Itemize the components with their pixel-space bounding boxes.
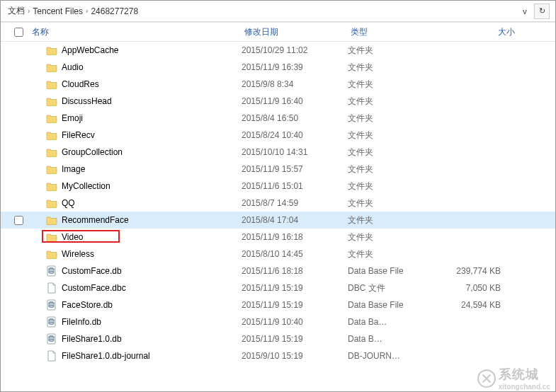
cell-name[interactable]: MyCollection: [29, 180, 242, 192]
chevron-right-icon: ›: [28, 7, 30, 15]
table-row[interactable]: FileShare1.0.db2015/11/9 15:19Data B…: [1, 330, 555, 347]
cell-name[interactable]: FileShare1.0.db-journal: [29, 350, 242, 362]
cell-type: Data Base File: [348, 266, 440, 276]
column-name[interactable]: 名称: [29, 26, 242, 38]
cell-name[interactable]: Emoji: [29, 113, 242, 124]
cell-type: 文件夹: [348, 248, 440, 260]
cell-date: 2015/8/10 14:45: [242, 249, 348, 259]
column-type[interactable]: 类型: [348, 26, 440, 38]
folder-icon: [46, 214, 57, 226]
column-date[interactable]: 修改日期: [242, 26, 348, 38]
cell-type: 文件夹: [348, 129, 440, 142]
breadcrumb-seg[interactable]: Tencent Files: [33, 6, 83, 16]
column-size[interactable]: 大小: [440, 26, 518, 38]
cell-type: 文件夹: [348, 214, 440, 226]
table-row[interactable]: AppWebCache2015/10/29 11:02文件夹: [1, 42, 555, 59]
cell-name[interactable]: Image: [29, 163, 242, 175]
select-all-cell[interactable]: [1, 28, 29, 37]
cell-date: 2015/9/8 8:34: [242, 79, 348, 89]
cell-date: 2015/8/4 16:50: [242, 113, 348, 123]
cell-name[interactable]: DiscussHead: [29, 96, 242, 107]
cell-type: 文件夹: [348, 163, 440, 175]
cell-name[interactable]: GroupCollection: [29, 146, 242, 158]
watermark-logo-icon: [477, 369, 496, 388]
cell-name[interactable]: FaceStore.db: [29, 299, 242, 311]
table-row[interactable]: FileInfo.db2015/11/9 10:40Data Ba…: [1, 313, 555, 330]
table-row[interactable]: CloudRes2015/9/8 8:34文件夹: [1, 76, 555, 93]
cell-date: 2015/11/9 15:57: [242, 164, 348, 174]
cell-name[interactable]: Audio: [29, 62, 242, 73]
cell-name[interactable]: QQ: [29, 197, 242, 209]
cell-date: 2015/10/10 14:31: [242, 147, 348, 157]
cell-name[interactable]: FileRecv: [29, 129, 242, 141]
refresh-button[interactable]: ↻: [534, 4, 550, 19]
table-row[interactable]: Video2015/11/9 16:18文件夹: [1, 229, 555, 246]
folder-icon: [46, 79, 57, 90]
cell-name[interactable]: CustomFace.db: [29, 265, 242, 277]
cell-size: 24,594 KB: [440, 300, 518, 310]
cell-name[interactable]: AppWebCache: [29, 45, 242, 56]
cell-name[interactable]: Wireless: [29, 248, 242, 260]
cell-date: 2015/8/24 10:40: [242, 130, 348, 140]
file-name: CustomFace.db: [62, 266, 122, 276]
file-name: FileRecv: [62, 130, 95, 140]
address-dropdown-button[interactable]: v: [517, 4, 533, 19]
cell-type: 文件夹: [348, 62, 440, 74]
table-row[interactable]: FileShare1.0.db-journal2015/9/10 15:19DB…: [1, 347, 555, 364]
row-checkbox[interactable]: [14, 216, 23, 225]
table-row[interactable]: FileRecv2015/8/24 10:40文件夹: [1, 127, 555, 144]
table-row[interactable]: FaceStore.db2015/11/9 15:19Data Base Fil…: [1, 296, 555, 313]
select-all-checkbox[interactable]: [14, 28, 23, 37]
file-name: CustomFace.dbc: [62, 283, 126, 293]
table-row[interactable]: CustomFace.dbc2015/11/9 15:19DBC 文件7,050…: [1, 279, 555, 296]
table-row[interactable]: Emoji2015/8/4 16:50文件夹: [1, 110, 555, 127]
table-row[interactable]: Image2015/11/9 15:57文件夹: [1, 161, 555, 178]
file-name: CloudRes: [62, 79, 99, 89]
cell-date: 2015/11/9 10:40: [242, 317, 348, 327]
cell-type: 文件夹: [348, 45, 440, 57]
folder-icon: [46, 129, 57, 141]
file-name: MyCollection: [62, 181, 110, 191]
cell-name[interactable]: FileShare1.0.db: [29, 333, 242, 345]
cell-type: 文件夹: [348, 79, 440, 91]
folder-icon: [46, 113, 57, 124]
file-name: RecommendFace: [62, 215, 129, 225]
table-row[interactable]: QQ2015/8/7 14:59文件夹: [1, 195, 555, 212]
svg-point-7: [49, 306, 54, 308]
table-row[interactable]: RecommendFace2015/8/4 17:04文件夹: [1, 212, 555, 229]
breadcrumb[interactable]: 文档 › Tencent Files › 2468277278: [4, 5, 517, 17]
cell-name[interactable]: CloudRes: [29, 79, 242, 90]
table-row[interactable]: GroupCollection2015/10/10 14:31文件夹: [1, 144, 555, 161]
table-row[interactable]: Audio2015/11/9 16:39文件夹: [1, 59, 555, 76]
breadcrumb-seg[interactable]: 文档: [8, 5, 25, 17]
table-row[interactable]: Wireless2015/8/10 14:45文件夹: [1, 246, 555, 263]
cell-date: 2015/11/9 16:39: [242, 62, 348, 72]
cell-name[interactable]: CustomFace.dbc: [29, 282, 242, 294]
folder-icon: [46, 197, 57, 209]
cell-type: Data Ba…: [348, 317, 440, 327]
folder-icon: [46, 163, 57, 175]
file-name: Image: [62, 164, 85, 174]
cell-date: 2015/11/9 16:40: [242, 96, 348, 106]
file-icon: [46, 350, 57, 362]
svg-point-3: [49, 272, 54, 274]
cell-name[interactable]: Video: [29, 231, 242, 243]
file-name: Emoji: [62, 113, 83, 123]
table-row[interactable]: DiscussHead2015/11/9 16:40文件夹: [1, 93, 555, 110]
file-name: DiscussHead: [62, 96, 112, 106]
file-name: AppWebCache: [62, 45, 119, 55]
dbfile-icon: [46, 316, 57, 328]
file-name: Wireless: [62, 249, 94, 259]
watermark: 系统城 xitongchand.cc: [477, 366, 550, 391]
address-bar: 文档 › Tencent Files › 2468277278 v ↻: [1, 1, 555, 22]
file-name: FileShare1.0.db: [62, 334, 122, 344]
cell-name[interactable]: FileInfo.db: [29, 316, 242, 328]
breadcrumb-seg[interactable]: 2468277278: [91, 6, 138, 16]
svg-point-15: [49, 340, 54, 342]
cell-date: 2015/11/6 18:18: [242, 266, 348, 276]
table-row[interactable]: MyCollection2015/11/6 15:01文件夹: [1, 178, 555, 195]
table-row[interactable]: CustomFace.db2015/11/6 18:18Data Base Fi…: [1, 263, 555, 279]
file-list[interactable]: AppWebCache2015/10/29 11:02文件夹Audio2015/…: [1, 42, 555, 391]
cell-type: 文件夹: [348, 180, 440, 192]
cell-name[interactable]: RecommendFace: [29, 214, 242, 226]
